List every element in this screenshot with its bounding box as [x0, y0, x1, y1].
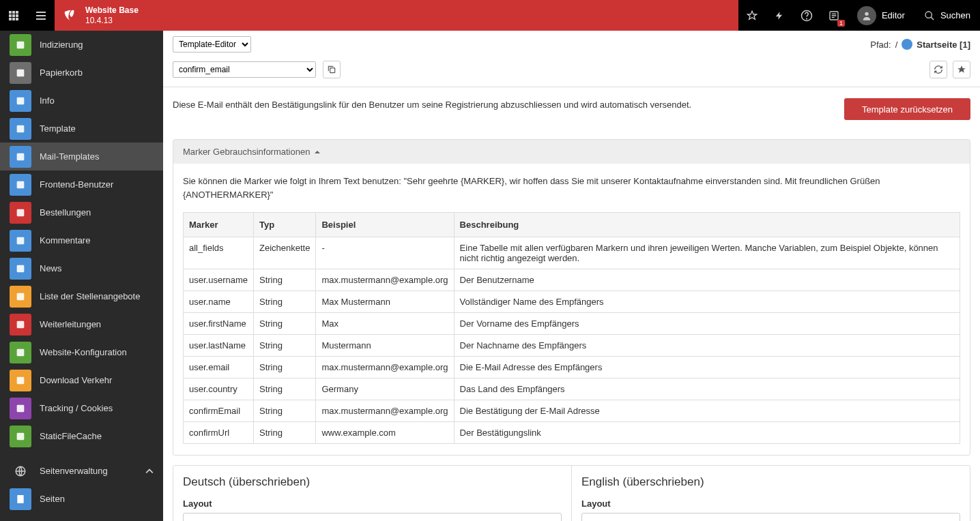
module-icon — [10, 230, 31, 252]
svg-point-15 — [865, 12, 868, 15]
user-label: Editor — [882, 10, 905, 20]
star-button[interactable] — [953, 61, 970, 78]
cell-type: String — [254, 400, 316, 422]
copy-button[interactable] — [323, 61, 341, 78]
sidebar-item-3[interactable]: Template — [0, 115, 163, 143]
cell-type: String — [254, 291, 316, 313]
svg-rect-31 — [17, 432, 25, 440]
sidebar-item-label: StaticFileCache — [40, 431, 102, 441]
bookmark-icon[interactable] — [738, 0, 766, 31]
avatar-icon — [857, 6, 876, 25]
caret-up-icon — [314, 149, 321, 155]
content: Template-Editor Pfad: / Startseite [1] c… — [163, 31, 980, 521]
svg-rect-9 — [36, 12, 46, 13]
cell-example: Max — [316, 313, 454, 335]
table-row: confirmEmailStringmax.mustermann@example… — [184, 400, 960, 422]
sidebar-item-label: Download Verkehr — [40, 375, 112, 385]
sidebar-item-2[interactable]: Info — [0, 87, 163, 115]
sidebar-item-1[interactable]: Papierkorb — [0, 59, 163, 87]
sidebar-item-label: Template — [40, 123, 76, 134]
sidebar-item-4[interactable]: Mail-Templates — [0, 143, 163, 170]
svg-rect-17 — [17, 41, 25, 48]
module-icon — [10, 146, 31, 168]
cell-marker: user.firstName — [184, 313, 254, 335]
sidebar-item-label: Indizierung — [40, 40, 83, 50]
svg-rect-4 — [12, 14, 15, 17]
search[interactable]: Suchen — [914, 0, 980, 31]
cell-type: String — [254, 378, 316, 400]
sidebar-item-7[interactable]: Kommentare — [0, 226, 163, 254]
table-row: user.firstNameStringMaxDer Vorname des E… — [184, 313, 960, 335]
help-icon[interactable] — [793, 0, 820, 31]
cell-marker: user.email — [184, 357, 254, 378]
sidebar-item-5[interactable]: Frontend-Benutzer — [0, 170, 163, 198]
module-grid-icon[interactable] — [0, 0, 27, 31]
table-row: user.countryStringGermanyDas Land des Em… — [184, 378, 960, 400]
refresh-button[interactable] — [929, 61, 947, 78]
svg-rect-18 — [17, 69, 25, 76]
sidebar-item-12[interactable]: Download Verkehr — [0, 366, 163, 394]
editor-columns: Deutsch (überschrieben) Layout Standard … — [173, 465, 970, 521]
editor-en-title: English (überschrieben) — [581, 475, 960, 489]
sidebar-item-label: Kommentare — [40, 235, 90, 245]
sidebar: IndizierungPapierkorbInfoTemplateMail-Te… — [0, 31, 163, 521]
sidebar-item-8[interactable]: News — [0, 254, 163, 282]
cell-example: Mustermann — [316, 335, 454, 357]
module-icon — [10, 314, 31, 336]
svg-rect-30 — [17, 404, 25, 412]
svg-rect-24 — [17, 237, 25, 244]
layout-select-de[interactable]: Standard — [183, 513, 562, 521]
svg-rect-23 — [17, 209, 25, 216]
sidebar-sub-pages[interactable]: Seiten — [0, 485, 163, 513]
sidebar-item-0[interactable]: Indizierung — [0, 31, 163, 59]
sidebar-item-label: Weiterleitungen — [40, 319, 101, 329]
sidebar-item-10[interactable]: Weiterleitungen — [0, 310, 163, 338]
marker-panel: Marker Gebrauchsinformationen Sie können… — [173, 139, 970, 456]
template-description: Diese E-Mail enthält den Bestätigungslin… — [173, 98, 831, 112]
path-sep: / — [895, 40, 898, 50]
sidebar-item-11[interactable]: Website-Konfiguration — [0, 338, 163, 366]
globe-icon — [902, 39, 912, 50]
mode-select[interactable]: Template-Editor — [173, 36, 251, 53]
layout-select-en[interactable]: Standard — [581, 513, 960, 521]
module-icon — [10, 174, 31, 196]
sidebar-item-6[interactable]: Bestellungen — [0, 198, 163, 226]
svg-rect-33 — [17, 495, 23, 503]
search-icon — [924, 10, 935, 21]
svg-rect-0 — [9, 11, 12, 14]
reset-template-button[interactable]: Template zurücksetzen — [844, 98, 970, 120]
marker-panel-title: Marker Gebrauchsinformationen — [183, 147, 310, 157]
version: 10.4.13 — [85, 16, 139, 25]
module-icon — [10, 342, 31, 363]
sidebar-group-pages[interactable]: Seitenverwaltung — [0, 457, 163, 485]
cell-desc: Die E-Mail Adresse des Empfängers — [454, 357, 960, 378]
cache-icon[interactable] — [766, 0, 793, 31]
sidebar-item-9[interactable]: Liste der Stellenangebote — [0, 282, 163, 310]
cell-desc: Der Bestätigungslink — [454, 422, 960, 444]
site-name: Website Base — [85, 5, 139, 15]
sidebar-item-label: Website-Konfiguration — [40, 347, 127, 357]
brand: Website Base 10.4.13 — [55, 0, 152, 31]
layout-label-en: Layout — [581, 498, 960, 509]
sidebar-item-13[interactable]: Tracking / Cookies — [0, 394, 163, 422]
globe-outline-icon — [10, 460, 31, 482]
table-row: all_fieldsZeichenkette-Eine Tabelle mit … — [184, 237, 960, 269]
notifications-icon[interactable] — [820, 0, 848, 31]
cell-desc: Der Vorname des Empfängers — [454, 313, 960, 335]
sidebar-item-label: Tracking / Cookies — [40, 403, 113, 413]
cell-desc: Der Nachname des Empfängers — [454, 335, 960, 357]
svg-rect-19 — [17, 97, 25, 104]
module-list-icon[interactable] — [27, 0, 55, 31]
user-menu[interactable]: Editor — [848, 0, 914, 31]
table-row: confirmUrlStringwww.example.comDer Bestä… — [184, 422, 960, 444]
cell-desc: Eine Tabelle mit allen verfügbaren Marke… — [454, 237, 960, 269]
cell-example: max.mustermann@example.org — [316, 400, 454, 422]
cell-example: - — [316, 237, 454, 269]
svg-rect-26 — [17, 293, 25, 300]
sidebar-item-14[interactable]: StaticFileCache — [0, 422, 163, 450]
template-select[interactable]: confirm_email — [173, 61, 316, 78]
marker-panel-header[interactable]: Marker Gebrauchsinformationen — [173, 140, 970, 164]
sidebar-item-label: Mail-Templates — [40, 151, 99, 162]
cell-example: www.example.com — [316, 422, 454, 444]
col-example: Beispiel — [316, 213, 454, 237]
